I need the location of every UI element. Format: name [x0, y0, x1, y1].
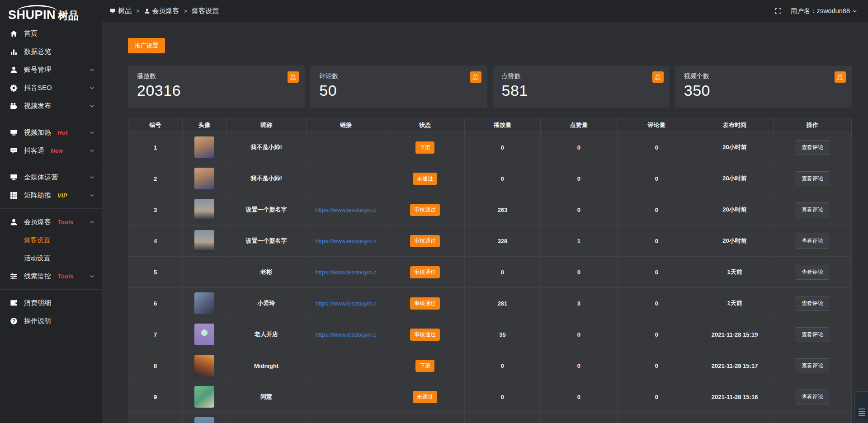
sidebar-divider [0, 164, 102, 164]
stat-card: 视频个数350总 [675, 66, 852, 108]
video-link[interactable]: https://www.iesdouyin.c [307, 238, 385, 244]
sidebar-subitem[interactable]: 活动设置 [0, 249, 102, 267]
breadcrumb-item[interactable]: 树品 [110, 7, 132, 15]
floating-chat-widget[interactable] [854, 391, 868, 420]
view-comments-button[interactable]: 查看评论 [796, 140, 829, 155]
sidebar-item[interactable]: 抖客通New [0, 141, 102, 160]
cell-plays: 35 [464, 319, 540, 350]
cell-nickname: 阿慧 [226, 381, 306, 413]
cell-comments [617, 413, 696, 423]
username[interactable]: zswodun88 [817, 7, 850, 14]
avatar [194, 386, 214, 408]
table-row: 8Midnight下架0002021-11-28 15:17查看评论 [128, 350, 852, 381]
sidebar-item[interactable]: 抖音SEO [0, 79, 102, 97]
cell-avatar [183, 194, 227, 226]
sidebar-item[interactable]: 全媒体运营 [0, 168, 102, 186]
sidebar-item[interactable]: 会员爆客Tools [0, 213, 102, 231]
status-badge: 审核通过 [410, 329, 440, 341]
logo[interactable]: SHUPIN 树品 [0, 0, 102, 24]
sidebar-item[interactable]: 账号管理 [0, 61, 102, 79]
cell-id: 7 [128, 319, 183, 350]
video-link[interactable]: https://www.iesdouyin.c [307, 331, 385, 338]
video-link[interactable]: https://www.iesdouyin.c [307, 207, 385, 213]
sidebar-item-badge: Tools [57, 273, 74, 280]
sidebar-item[interactable]: 视频加热Hot [0, 123, 102, 141]
table-row: 1我不是小帅!下架00020小时前查看评论 [128, 132, 852, 163]
topbar: 树品>会员爆客>爆客设置 用户名： zswodun88 [102, 0, 868, 22]
cell-likes: 3 [540, 288, 617, 319]
video-link[interactable]: https://www.iesdouyin.c [307, 269, 385, 276]
monitor-icon [10, 174, 18, 181]
cell-avatar [183, 381, 227, 413]
table-row: 5老彬https://www.iesdouyin.c审核通过0001天前查看评论 [128, 257, 852, 288]
cell-nickname: 设置一个新名字 [226, 194, 306, 226]
stat-label: 视频个数 [684, 72, 843, 80]
sidebar-item-label: 视频发布 [24, 102, 51, 110]
cell-link [306, 350, 386, 381]
view-comments-button[interactable]: 查看评论 [796, 265, 829, 280]
fullscreen-icon[interactable] [775, 8, 782, 14]
user-icon [144, 8, 150, 14]
sidebar-item[interactable]: 线索监控Tools [0, 267, 102, 285]
column-header: 操作 [774, 118, 852, 132]
bar-chart-icon [10, 48, 18, 56]
avatar [194, 355, 214, 376]
screen-icon-wrap [10, 129, 18, 136]
sidebar-item[interactable]: 消费明细 [0, 294, 102, 312]
sidebar-item-label: 数据总览 [24, 47, 51, 56]
promote-settings-button[interactable]: 推广设置 [128, 38, 165, 53]
cell-nickname: 设置一个新名字 [226, 226, 306, 257]
sidebar-item[interactable]: 视频发布 [0, 97, 102, 115]
cell-plays: 0 [464, 132, 540, 163]
wallet-icon [10, 299, 18, 307]
sidebar-subitem[interactable]: 爆客设置 [0, 231, 102, 249]
cell-status [386, 413, 464, 423]
cell-comments: 0 [617, 381, 696, 413]
cell-plays: 263 [464, 194, 540, 226]
cell-avatar [183, 163, 227, 194]
cell-comments: 0 [617, 194, 696, 226]
sidebar-item[interactable]: 首页 [0, 24, 102, 42]
view-comments-button[interactable]: 查看评论 [796, 171, 829, 186]
column-header: 播放量 [464, 118, 540, 132]
username-label: 用户名： [791, 7, 817, 15]
view-comments-button[interactable]: 查看评论 [796, 202, 829, 217]
video-link[interactable]: https://www.iesdouyin.c [307, 300, 385, 307]
cell-likes: 0 [540, 194, 617, 226]
sidebar: SHUPIN 树品 首页数据总览账号管理抖音SEO视频发布视频加热Hot抖客通N… [0, 0, 102, 423]
breadcrumb-item[interactable]: 会员爆客 [144, 7, 179, 15]
sidebar-item[interactable]: ?操作说明 [0, 312, 102, 330]
view-comments-button[interactable]: 查看评论 [796, 296, 829, 311]
stat-card: 评论数50总 [310, 66, 487, 108]
view-comments-button[interactable]: 查看评论 [796, 327, 829, 342]
sidebar-item[interactable]: 数据总览 [0, 42, 102, 61]
cell-link: https://www.iesdouyin.c [306, 288, 386, 319]
table-row: 3设置一个新名字https://www.iesdouyin.c审核通过26300… [128, 194, 852, 226]
cell-id [128, 413, 183, 423]
grid-icon [10, 192, 18, 199]
breadcrumb-item[interactable]: 爆客设置 [192, 7, 219, 15]
table-row: 2我不是小帅!未通过00020小时前查看评论 [128, 163, 852, 194]
cell-time [696, 413, 773, 423]
view-comments-button[interactable]: 查看评论 [796, 234, 829, 249]
sidebar-item[interactable]: 矩阵助推VIP [0, 186, 102, 204]
breadcrumb-separator: > [136, 8, 140, 14]
cell-time: 20小时前 [696, 194, 773, 226]
logo-text: SHUPIN 树品 [8, 8, 79, 23]
sliders-icon [10, 273, 18, 280]
cell-plays: 0 [464, 163, 540, 194]
svg-text:?: ? [12, 318, 15, 323]
cell-status: 下架 [386, 132, 464, 163]
chevron-down-icon[interactable] [852, 9, 857, 14]
help-icon: ? [10, 317, 18, 325]
cell-plays [464, 413, 540, 423]
column-header: 编号 [128, 118, 183, 132]
cell-link [306, 163, 386, 194]
cell-nickname: 我不是小帅! [226, 163, 306, 194]
cell-nickname: 我不是小帅! [226, 132, 306, 163]
chevron-down-icon [90, 193, 94, 198]
cell-id: 6 [128, 288, 183, 319]
view-comments-button[interactable]: 查看评论 [796, 390, 829, 404]
cell-comments: 0 [617, 257, 696, 288]
view-comments-button[interactable]: 查看评论 [796, 358, 829, 373]
